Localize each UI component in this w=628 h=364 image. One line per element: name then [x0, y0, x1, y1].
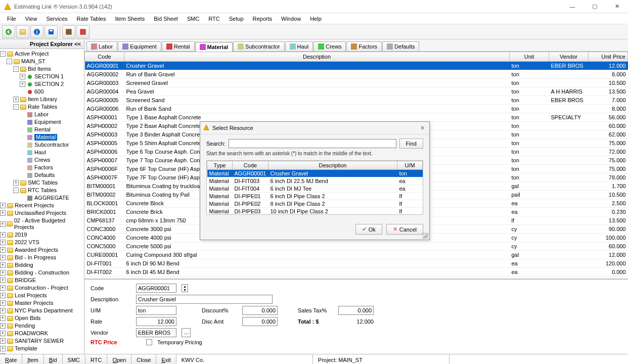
menu-setup[interactable]: Setup [225, 14, 248, 23]
inp-desc[interactable] [136, 295, 273, 304]
sb-close[interactable]: Close [131, 354, 156, 364]
dialog-grid[interactable]: Type Code Description U/M MaterialAGGR00… [206, 160, 423, 215]
sb-smc[interactable]: SMC [63, 354, 85, 364]
tree-node[interactable]: +Open Bids [0, 314, 84, 322]
tree-node[interactable]: +Awarded Projects [0, 246, 84, 254]
expand-icon[interactable]: + [13, 97, 19, 102]
expand-icon[interactable]: + [0, 293, 6, 298]
find-button[interactable]: Find [399, 139, 423, 149]
save-button[interactable] [44, 25, 58, 38]
sb-rate[interactable]: Rate [0, 354, 22, 364]
table-row[interactable]: MaterialAGGR00001Crusher Gravelton [207, 170, 423, 177]
expand-icon[interactable]: + [0, 323, 6, 329]
table-row[interactable]: MaterialDI-PIPE016 inch DI Pipe Class 2l… [207, 193, 423, 200]
expand-icon[interactable]: + [0, 210, 6, 216]
tree-node[interactable]: -RTC Tables [0, 187, 84, 194]
col-price[interactable]: Unit Price [589, 52, 628, 62]
tree-node[interactable]: +TEST PROJECTS [0, 352, 84, 354]
collapse-icon[interactable]: - [7, 59, 12, 64]
expand-icon[interactable]: + [0, 270, 6, 276]
inp-disca[interactable] [242, 317, 278, 326]
table-row[interactable]: AGGR00003Screened Gravelton10.500 [85, 79, 628, 87]
code-up[interactable]: ▲ [182, 285, 188, 288]
tree-node[interactable]: -Active Project [0, 50, 84, 58]
expand-icon[interactable]: + [0, 353, 6, 354]
tree-node[interactable]: Equipment [0, 118, 84, 126]
tree-node[interactable]: +Bidding - Construction [0, 269, 84, 277]
col-unit[interactable]: Unit [510, 52, 549, 62]
tree-node[interactable]: +Template [0, 345, 84, 352]
menu-services[interactable]: Services [42, 14, 71, 23]
tree-node[interactable]: -Rate Tables [0, 103, 84, 111]
tree-node[interactable]: +2019 [0, 231, 84, 239]
dcol-um[interactable]: U/M [397, 161, 423, 170]
inp-um[interactable] [136, 306, 176, 315]
tree-node[interactable]: Defaults [0, 171, 84, 179]
expand-icon[interactable]: + [0, 285, 6, 291]
expand-icon[interactable]: + [0, 221, 6, 227]
inp-salest[interactable] [338, 306, 374, 315]
collapse-icon[interactable]: - [13, 104, 19, 110]
table-row[interactable]: AGGR00006Run of Bank Sandton8.000 [85, 105, 628, 113]
tree-node[interactable]: +BRIDGE [0, 277, 84, 284]
minimize-button[interactable]: — [565, 2, 579, 12]
menu-window[interactable]: Window [277, 14, 305, 23]
dialog-close[interactable]: ✕ [418, 124, 426, 132]
menu-rate-tables[interactable]: Rate Tables [73, 14, 110, 23]
tab-rental[interactable]: Rental [162, 41, 195, 51]
expand-icon[interactable]: + [20, 74, 25, 79]
inp-vendor[interactable] [136, 328, 176, 337]
menu-item-sheets[interactable]: Item Sheets [111, 14, 149, 23]
tree-node[interactable]: +2022 VTS [0, 239, 84, 246]
expand-icon[interactable]: + [0, 203, 6, 208]
inp-discp[interactable] [242, 306, 278, 315]
tab-factors[interactable]: Factors [346, 41, 382, 51]
expand-icon[interactable]: + [0, 247, 6, 253]
table-row[interactable]: AGGR00004Pea GraveltonA H HARRIS13.500 [85, 87, 628, 96]
table-row[interactable]: MaterialDI-PIPE0310 inch DI Pipe Class 2… [207, 208, 423, 215]
menu-smc[interactable]: SMC [183, 14, 203, 23]
tree-node[interactable]: Rental [0, 126, 84, 133]
dcol-desc[interactable]: Description [268, 161, 397, 170]
table-row[interactable]: MaterialDI-FIT0046 inch DI MJ Teeea [207, 185, 423, 193]
sb-bid[interactable]: Bid [44, 354, 63, 364]
back-button[interactable] [2, 25, 15, 38]
expand-icon[interactable]: + [0, 255, 6, 260]
calc-button[interactable] [62, 25, 75, 38]
tree-node[interactable]: Subcontractor [0, 141, 84, 149]
tab-defaults[interactable]: Defaults [382, 41, 419, 51]
sb-exit[interactable]: Exit [156, 354, 176, 364]
menu-bid-sheet[interactable]: Bid Sheet [150, 14, 182, 23]
tree-node[interactable]: Haul [0, 149, 84, 156]
tree-node[interactable]: +02 - Active Budgeted Projects [0, 217, 84, 231]
tab-subcontractor[interactable]: Subcontractor [233, 41, 284, 51]
col-code[interactable]: Code [85, 52, 124, 62]
tree-node[interactable]: +Item Library [0, 96, 84, 103]
tree-node[interactable]: +Construction - Project [0, 284, 84, 292]
table-row[interactable]: AGGR00005Screened SandtonEBER BROS7.000 [85, 96, 628, 105]
tree-node[interactable]: +Bid - In Progress [0, 254, 84, 261]
tree-node[interactable]: +SECTION 2 [0, 80, 84, 88]
maximize-button[interactable]: ▢ [588, 2, 602, 12]
expand-icon[interactable]: + [0, 300, 6, 306]
collapse-icon[interactable]: - [13, 66, 19, 72]
dcol-code[interactable]: Code [233, 161, 268, 170]
sb-open[interactable]: Open [107, 354, 131, 364]
table-row[interactable]: DI-FIT0016 inch DI 90 MJ Bendea120.000 [85, 259, 628, 268]
expand-icon[interactable]: + [0, 346, 6, 351]
tab-equipment[interactable]: Equipment [118, 41, 161, 51]
inp-rate[interactable] [136, 317, 176, 326]
menu-view[interactable]: View [21, 14, 41, 23]
table-row[interactable]: MaterialDI-PIPE028 inch DI Pipe Class 2l… [207, 200, 423, 208]
open-button[interactable] [16, 25, 29, 38]
inp-code[interactable] [136, 284, 176, 293]
cancel-button[interactable]: ✕Cancel [386, 224, 423, 235]
table-row[interactable]: ASPH00001Type 1 Base Asphalt Concreteton… [85, 113, 628, 122]
tab-crews[interactable]: Crews [313, 41, 346, 51]
sb-rtc[interactable]: RTC [85, 354, 107, 364]
tree-node[interactable]: +Lost Projects [0, 292, 84, 299]
close-button[interactable]: ✕ [610, 2, 624, 12]
tool-button[interactable] [76, 25, 89, 38]
table-row[interactable]: MaterialDI-FIT0036 inch DI 22.5 MJ Bende… [207, 177, 423, 185]
tree-node[interactable]: AGGREGATE [0, 194, 84, 202]
